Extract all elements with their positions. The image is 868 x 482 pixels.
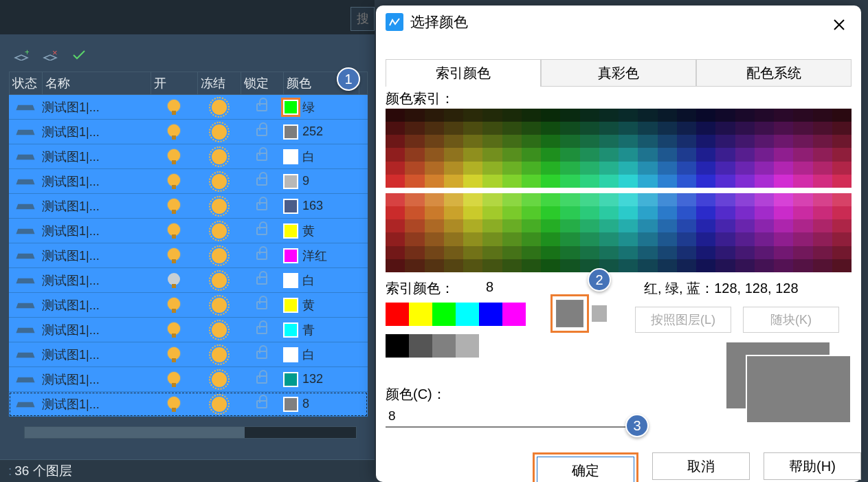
layer-name-cell[interactable]: 测试图1|... [42,322,151,338]
palette-cell[interactable] [715,193,735,206]
col-lock[interactable]: 锁定 [241,72,284,94]
palette-cell[interactable] [793,175,812,188]
palette-cell[interactable] [386,148,405,161]
palette-cell[interactable] [405,193,424,206]
palette-cell[interactable] [715,206,735,219]
palette-cell[interactable] [580,193,599,206]
palette-cell[interactable] [541,148,560,161]
palette-cell[interactable] [580,246,599,259]
layer-freeze-toggle[interactable] [197,372,241,387]
palette-cell[interactable] [619,148,638,161]
palette-cell[interactable] [580,135,599,148]
palette-cell[interactable] [444,148,463,161]
palette-cell[interactable] [696,219,715,232]
layer-color-cell[interactable]: 白 [283,347,359,363]
layer-color-cell[interactable]: 黄 [283,223,359,239]
palette-cell[interactable] [677,246,696,259]
palette-cell[interactable] [425,148,444,161]
table-row[interactable]: 测试图1|...252 [9,120,368,144]
palette-cell[interactable] [425,219,444,232]
cancel-button[interactable]: 取消 [652,452,750,480]
basic-color-cell[interactable] [409,303,432,326]
palette-cell[interactable] [735,109,755,122]
palette-cell[interactable] [463,148,482,161]
palette-cell[interactable] [541,162,560,175]
layer-freeze-toggle[interactable] [197,322,241,338]
palette-cell[interactable] [793,219,812,232]
palette-cell[interactable] [560,259,579,272]
palette-cell[interactable] [658,148,677,161]
palette-cell[interactable] [599,135,619,148]
palette-cell[interactable] [405,122,424,135]
table-row[interactable]: 测试图1|...132 [9,367,368,392]
palette-cell[interactable] [832,206,852,219]
palette-cell[interactable] [813,193,832,206]
layer-on-toggle[interactable] [151,372,197,387]
layer-freeze-toggle[interactable] [197,298,241,313]
layer-freeze-toggle[interactable] [197,100,241,115]
palette-cell[interactable] [522,162,541,175]
horizontal-scrollbar[interactable] [24,426,357,439]
palette-cell[interactable] [425,109,444,122]
palette-cell[interactable] [386,193,405,206]
palette-cell[interactable] [444,109,463,122]
palette-cell[interactable] [774,135,793,148]
palette-cell[interactable] [755,122,774,135]
palette-cell[interactable] [677,206,696,219]
palette-cell[interactable] [444,162,463,175]
layer-freeze-toggle[interactable] [197,124,241,140]
layer-color-cell[interactable]: 黄 [283,297,359,314]
basic-colors[interactable] [386,303,526,326]
gray-color-cell[interactable] [456,334,479,358]
palette-cell[interactable] [677,109,696,122]
palette-cell[interactable] [599,122,619,135]
layer-name-cell[interactable]: 测试图1|... [42,371,151,388]
palette-cell[interactable] [599,148,619,161]
palette-cell[interactable] [774,175,793,188]
palette-cell[interactable] [463,259,482,272]
palette-cell[interactable] [735,246,755,259]
palette-cell[interactable] [696,175,715,188]
palette-cell[interactable] [813,148,832,161]
palette-cell[interactable] [793,162,812,175]
palette-cell[interactable] [541,246,560,259]
layer-name-cell[interactable]: 测试图1|... [42,173,151,190]
palette-cell[interactable] [619,206,638,219]
palette-cell[interactable] [658,206,677,219]
palette-cell[interactable] [755,135,774,148]
palette-cell[interactable] [463,122,482,135]
palette-cell[interactable] [425,259,444,272]
palette-cell[interactable] [658,193,677,206]
palette-cell[interactable] [599,232,619,245]
palette-cell[interactable] [658,175,677,188]
palette-cell[interactable] [444,219,463,232]
table-row[interactable]: 测试图1|...白 [9,268,368,293]
palette-cell[interactable] [793,259,812,272]
layer-on-toggle[interactable] [151,248,197,263]
table-row[interactable]: 测试图1|...黄 [9,219,368,243]
palette-cell[interactable] [619,232,638,245]
palette-cell[interactable] [482,122,502,135]
layer-on-toggle[interactable] [151,223,197,239]
palette-cell[interactable] [386,246,405,259]
table-row[interactable]: 测试图1|...黄 [9,293,368,318]
palette-cell[interactable] [502,219,522,232]
palette-cell[interactable] [832,219,852,232]
palette-cell[interactable] [658,135,677,148]
layer-freeze-toggle[interactable] [197,273,241,288]
palette-cell[interactable] [755,219,774,232]
palette-cell[interactable] [658,122,677,135]
palette-cell[interactable] [560,148,579,161]
tab-color-system[interactable]: 配色系统 [696,59,852,87]
layer-name-cell[interactable]: 测试图1|... [42,272,151,289]
palette-cell[interactable] [793,109,812,122]
palette-cell[interactable] [658,109,677,122]
layer-on-toggle[interactable] [151,322,197,338]
layer-freeze-toggle[interactable] [197,347,241,362]
layer-freeze-toggle[interactable] [197,223,241,239]
palette-cell[interactable] [677,219,696,232]
palette-cell[interactable] [832,232,852,245]
palette-cell[interactable] [541,206,560,219]
palette-cell[interactable] [405,259,424,272]
palette-cell[interactable] [522,193,541,206]
